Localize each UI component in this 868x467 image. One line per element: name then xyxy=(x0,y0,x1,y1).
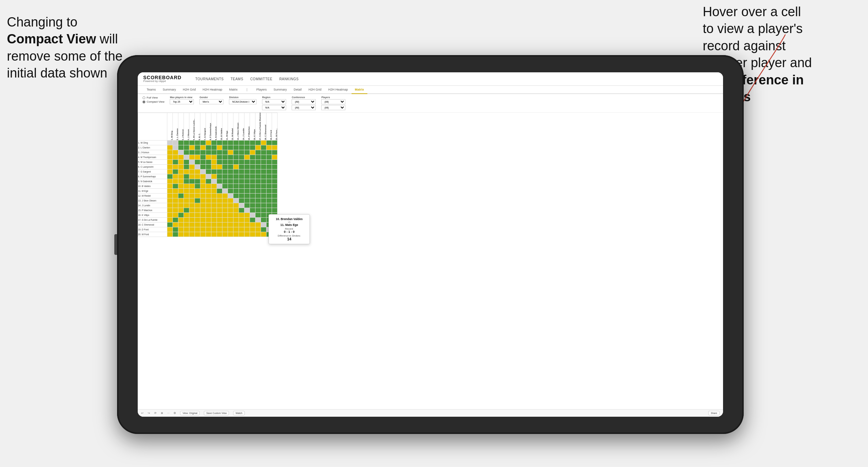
cell-r10-c20[interactable] xyxy=(272,184,278,189)
settings-icon[interactable]: ⚙ xyxy=(174,412,176,415)
cell-r19-c12[interactable] xyxy=(228,227,233,232)
nav-tournaments[interactable]: TOURNAMENTS xyxy=(195,76,224,82)
cell-r6-c18[interactable] xyxy=(261,165,266,169)
cell-r1-c3[interactable] xyxy=(178,141,184,145)
cell-r7-c12[interactable] xyxy=(228,169,233,174)
cell-r20-c5[interactable] xyxy=(189,232,195,237)
compact-view-option[interactable]: Compact View xyxy=(143,100,164,103)
cell-r15-c1[interactable] xyxy=(167,208,173,213)
cell-r4-c15[interactable] xyxy=(244,155,250,160)
cell-r3-c6[interactable] xyxy=(195,150,200,155)
cell-r11-c6[interactable] xyxy=(195,189,200,194)
cell-r8-c13[interactable] xyxy=(233,174,239,179)
cell-r6-c17[interactable] xyxy=(255,165,261,169)
cell-r3-c7[interactable] xyxy=(200,150,206,155)
cell-r12-c18[interactable] xyxy=(261,194,266,198)
cell-r1-c10[interactable] xyxy=(217,141,222,145)
cell-r2-c15[interactable] xyxy=(244,145,250,150)
cell-r14-c2[interactable] xyxy=(173,203,178,208)
region-select2[interactable]: N/A xyxy=(262,105,286,110)
cell-r7-c10[interactable] xyxy=(217,169,222,174)
cell-r2-c17[interactable] xyxy=(255,145,261,150)
cell-r1-c14[interactable] xyxy=(239,141,244,145)
cell-r9-c19[interactable] xyxy=(266,179,272,184)
cell-r18-c1[interactable] xyxy=(167,222,173,227)
cell-r18-c11[interactable] xyxy=(222,222,228,227)
cell-r4-c10[interactable] xyxy=(217,155,222,160)
players-select2[interactable]: (All) xyxy=(321,105,345,110)
cell-r5-c3[interactable] xyxy=(178,160,184,165)
cell-r10-c11[interactable] xyxy=(222,184,228,189)
cell-r19-c8[interactable] xyxy=(206,227,211,232)
cell-r4-c9[interactable] xyxy=(211,155,217,160)
cell-r1-c20[interactable] xyxy=(272,141,278,145)
cell-r13-c4[interactable] xyxy=(184,198,189,203)
cell-r5-c5[interactable] xyxy=(189,160,195,165)
cell-r10-c7[interactable] xyxy=(200,184,206,189)
cell-r18-c15[interactable] xyxy=(244,222,250,227)
cell-r4-c1[interactable] xyxy=(167,155,173,160)
full-view-radio[interactable] xyxy=(143,96,145,99)
cell-r14-c12[interactable] xyxy=(228,203,233,208)
cell-r2-c13[interactable] xyxy=(233,145,239,150)
cell-r10-c15[interactable] xyxy=(244,184,250,189)
cell-r9-c8[interactable] xyxy=(206,179,211,184)
cell-r7-c3[interactable] xyxy=(178,169,184,174)
cell-r18-c5[interactable] xyxy=(189,222,195,227)
cell-r3-c19[interactable] xyxy=(266,150,272,155)
cell-r7-c18[interactable] xyxy=(261,169,266,174)
cell-r19-c10[interactable] xyxy=(217,227,222,232)
cell-r2-c12[interactable] xyxy=(228,145,233,150)
cell-r20-c1[interactable] xyxy=(167,232,173,237)
cell-r10-c1[interactable] xyxy=(167,184,173,189)
cell-r6-c11[interactable] xyxy=(222,165,228,169)
cell-r2-c9[interactable] xyxy=(211,145,217,150)
cell-r12-c11[interactable] xyxy=(222,194,228,198)
cell-r8-c12[interactable] xyxy=(228,174,233,179)
cell-r20-c18[interactable] xyxy=(261,232,266,237)
cell-r13-c16[interactable] xyxy=(250,198,255,203)
cell-r18-c10[interactable] xyxy=(217,222,222,227)
cell-r15-c19[interactable] xyxy=(266,208,272,213)
cell-r3-c12[interactable] xyxy=(228,150,233,155)
cell-r4-c19[interactable] xyxy=(266,155,272,160)
cell-r19-c17[interactable] xyxy=(255,227,261,232)
cell-r18-c6[interactable] xyxy=(195,222,200,227)
save-custom-btn[interactable]: Save Custom View xyxy=(204,411,229,415)
cell-r5-c6[interactable] xyxy=(195,160,200,165)
cell-r18-c12[interactable] xyxy=(228,222,233,227)
cell-r8-c6[interactable] xyxy=(195,174,200,179)
cell-r4-c6[interactable] xyxy=(195,155,200,160)
tab-summary2[interactable]: Summary xyxy=(270,86,290,94)
cell-r16-c4[interactable] xyxy=(184,213,189,218)
cell-r13-c5[interactable] xyxy=(189,198,195,203)
cell-r16-c1[interactable] xyxy=(167,213,173,218)
cell-r19-c18[interactable] xyxy=(261,227,266,232)
cell-r10-c17[interactable] xyxy=(255,184,261,189)
cell-r19-c3[interactable] xyxy=(178,227,184,232)
conference-select2[interactable]: (All) xyxy=(292,105,316,110)
cell-r7-c9[interactable] xyxy=(211,169,217,174)
cell-r7-c8[interactable] xyxy=(206,169,211,174)
cell-r17-c18[interactable] xyxy=(261,218,266,222)
cell-r19-c6[interactable] xyxy=(195,227,200,232)
cell-r5-c20[interactable] xyxy=(272,160,278,165)
cell-r10-c3[interactable] xyxy=(178,184,184,189)
cell-r14-c11[interactable] xyxy=(222,203,228,208)
cell-r10-c9[interactable] xyxy=(211,184,217,189)
cell-r19-c7[interactable] xyxy=(200,227,206,232)
cell-r1-c15[interactable] xyxy=(244,141,250,145)
cell-r3-c20[interactable] xyxy=(272,150,278,155)
tab-matrix-active[interactable]: Matrix xyxy=(352,86,368,94)
cell-r1-c7[interactable] xyxy=(200,141,206,145)
cell-r16-c16[interactable] xyxy=(250,213,255,218)
cell-r18-c17[interactable] xyxy=(255,222,261,227)
cell-r1-c8[interactable] xyxy=(206,141,211,145)
cell-r16-c5[interactable] xyxy=(189,213,195,218)
cell-r19-c9[interactable] xyxy=(211,227,217,232)
cell-r4-c14[interactable] xyxy=(239,155,244,160)
tab-summary[interactable]: Summary xyxy=(159,86,180,94)
cell-r5-c17[interactable] xyxy=(255,160,261,165)
cell-r14-c18[interactable] xyxy=(261,203,266,208)
cell-r6-c7[interactable] xyxy=(200,165,206,169)
